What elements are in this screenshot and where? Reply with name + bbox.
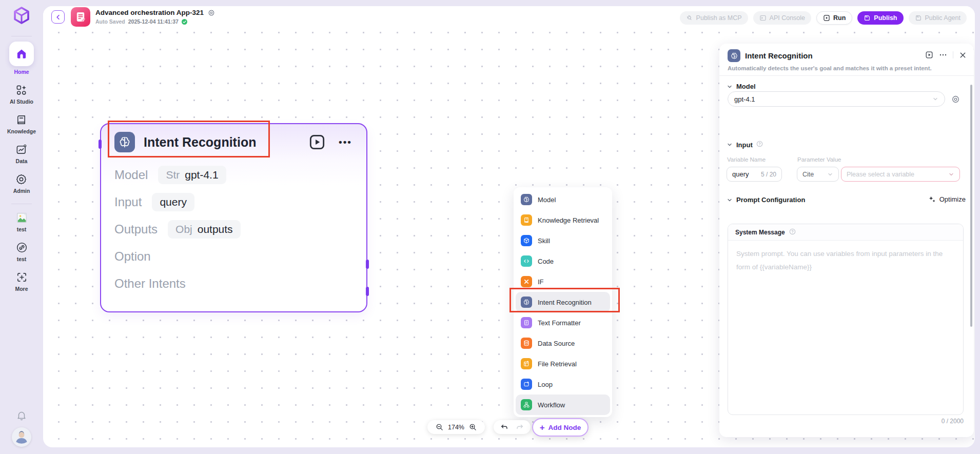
chevron-down-icon <box>932 96 938 102</box>
model-select-value: gpt-4.1 <box>734 95 932 103</box>
model-settings-gear-icon[interactable] <box>951 95 960 104</box>
help-icon[interactable] <box>756 140 763 149</box>
node-run-icon[interactable] <box>308 133 326 151</box>
link-icon <box>15 241 28 253</box>
menu-item-label: Workflow <box>538 401 565 409</box>
brain-icon <box>521 194 532 205</box>
node-row-label: Model <box>114 168 148 182</box>
variable-name-label: Variable Name <box>727 156 766 163</box>
menu-item-label: Data Source <box>538 340 575 347</box>
add-node-button[interactable]: + Add Node <box>532 418 589 437</box>
book-icon <box>521 214 532 226</box>
user-avatar[interactable] <box>0 427 43 447</box>
knowledge-icon <box>15 113 28 126</box>
menu-item-knowledge-retrieval[interactable]: Knowledge Retrieval <box>516 210 610 230</box>
menu-item-label: File Retrieval <box>538 360 577 368</box>
brain-icon <box>728 49 740 62</box>
input-section-header[interactable]: Input <box>727 140 763 149</box>
public-agent-button[interactable]: Public Agent <box>909 11 967 25</box>
system-message-textarea[interactable]: System prompt. You can use variables fro… <box>728 241 963 281</box>
image-icon <box>15 211 28 224</box>
autosave-timestamp: 2025-12-04 11:41:37 <box>128 18 179 25</box>
sidebar-item-admin[interactable]: Admin <box>7 173 36 194</box>
system-message-char-counter: 0 / 2000 <box>942 418 964 425</box>
publish-button[interactable]: Publish <box>857 11 903 25</box>
node-output-handle-option[interactable] <box>366 260 369 269</box>
optimize-label: Optimize <box>939 195 966 203</box>
intent-recognition-node[interactable]: Intent Recognition ••• ModelStrgpt-4.1In… <box>100 123 367 312</box>
sidebar-item-test[interactable]: test <box>15 211 28 232</box>
variable-select[interactable]: Please select a variable <box>841 167 960 182</box>
brain-icon <box>521 297 532 308</box>
node-input-handle[interactable] <box>99 140 102 149</box>
panel-header-actions <box>925 51 967 59</box>
model-select[interactable]: gpt-4.1 <box>728 91 945 107</box>
chip-value: gpt-4.1 <box>185 169 218 181</box>
node-output-handle-other-intents[interactable] <box>366 287 369 296</box>
menu-item-label: Skill <box>538 237 550 245</box>
notifications-bell-icon[interactable] <box>0 410 43 421</box>
prompt-config-section-header[interactable]: Prompt Configuration <box>727 196 805 204</box>
autosave-label: Auto Saved <box>95 18 125 25</box>
node-row-other-intents: Other Intents <box>114 272 351 295</box>
menu-item-intent-recognition[interactable]: Intent Recognition <box>516 292 610 312</box>
sidebar-item-test[interactable]: test <box>15 241 28 262</box>
workspace-card: Advanced orchestration App-321 Auto Save… <box>43 6 975 447</box>
menu-item-loop[interactable]: Loop <box>516 374 610 394</box>
system-message-label: System Message <box>735 229 785 236</box>
loop-icon <box>521 379 532 390</box>
cite-select[interactable]: Cite <box>797 167 839 182</box>
zoom-out-icon[interactable] <box>436 423 443 431</box>
model-section-header[interactable]: Model <box>727 83 756 90</box>
app-icon <box>71 7 90 27</box>
zoom-toolbar: 174% <box>427 420 485 434</box>
sidebar-item-more[interactable]: More <box>15 271 28 292</box>
menu-item-if[interactable]: IF <box>516 271 610 292</box>
menu-item-data-source[interactable]: Data Source <box>516 333 610 353</box>
topbar-actions: Publish as MCP API Console Run Publish P… <box>680 11 967 25</box>
sidebar-item-label: test <box>17 256 27 262</box>
close-icon[interactable] <box>959 51 967 59</box>
run-button[interactable]: Run <box>816 11 852 25</box>
panel-more-icon[interactable] <box>939 51 947 59</box>
menu-item-skill[interactable]: Skill <box>516 230 610 251</box>
menu-item-code[interactable]: Code <box>516 251 610 271</box>
panel-run-icon[interactable] <box>925 51 933 59</box>
optimize-button[interactable]: Optimize <box>928 195 966 203</box>
help-icon[interactable] <box>789 228 796 237</box>
chevron-down-icon <box>948 171 954 177</box>
zoom-level: 174% <box>448 424 464 431</box>
chip-type: Str <box>166 169 180 181</box>
panel-scrollbar[interactable] <box>970 85 972 327</box>
sidebar-item-ai-studio[interactable]: AI Studio <box>7 84 36 105</box>
panel-header: Intent Recognition <box>728 49 813 62</box>
chevron-down-icon <box>827 171 833 177</box>
node-title: Intent Recognition <box>144 135 308 150</box>
publish-label: Publish <box>874 14 897 22</box>
menu-item-model[interactable]: Model <box>516 189 610 210</box>
sidebar-item-home[interactable]: Home <box>7 42 36 75</box>
public-agent-label: Public Agent <box>925 14 961 22</box>
redo-icon[interactable] <box>516 423 524 431</box>
sidebar-item-knowledge[interactable]: Knowledge <box>7 113 36 134</box>
back-button[interactable] <box>51 10 65 24</box>
sidebar-item-data[interactable]: Data <box>7 143 36 164</box>
variable-name-char-count: 5 / 20 <box>761 171 776 178</box>
node-more-icon[interactable]: ••• <box>339 136 352 148</box>
menu-item-file-retrieval[interactable]: File Retrieval <box>516 353 610 374</box>
undo-icon[interactable] <box>500 423 508 431</box>
brand-logo-icon[interactable] <box>11 6 32 27</box>
node-row-input: Inputquery <box>114 191 351 213</box>
app-settings-gear-icon[interactable] <box>208 9 215 16</box>
api-console-label: API Console <box>770 14 805 22</box>
brain-icon <box>114 132 135 152</box>
api-console-button[interactable]: API Console <box>753 11 811 25</box>
if-icon <box>521 276 532 287</box>
menu-item-text-formatter[interactable]: Text Formatter <box>516 312 610 333</box>
publish-as-mcp-button[interactable]: Publish as MCP <box>680 11 748 25</box>
menu-item-workflow[interactable]: Workflow <box>516 394 610 415</box>
variable-name-input[interactable]: query 5 / 20 <box>727 167 782 182</box>
plug-icon <box>686 14 693 22</box>
app-root: HomeAI StudioKnowledgeDataAdmin testtest… <box>0 0 980 454</box>
zoom-in-icon[interactable] <box>469 423 477 431</box>
